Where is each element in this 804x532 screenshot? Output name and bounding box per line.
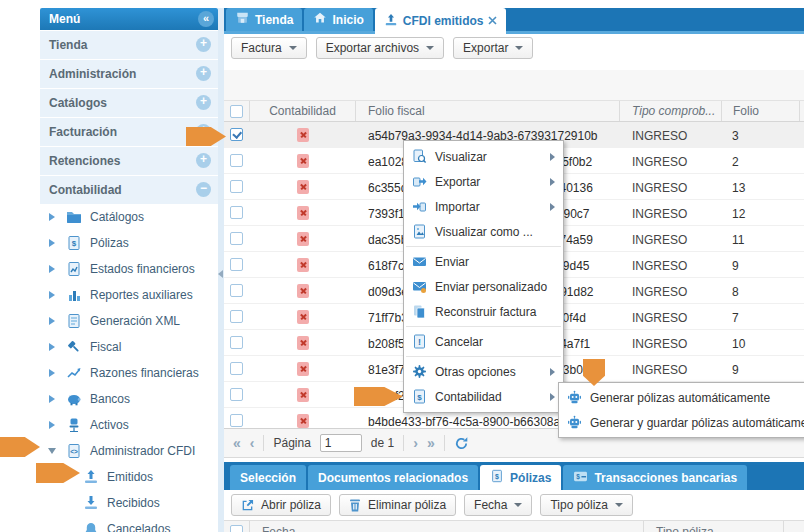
page-number-input[interactable] — [320, 434, 362, 452]
row-checkbox[interactable] — [230, 206, 243, 219]
row-checkbox[interactable] — [230, 154, 243, 167]
close-icon[interactable] — [488, 14, 497, 28]
row-checkbox[interactable] — [230, 310, 243, 323]
tipo-poliza-button[interactable]: Tipo póliza — [540, 494, 633, 516]
prev-page-icon[interactable]: ‹ — [250, 436, 255, 450]
tab-polizas[interactable]: $ Pólizas — [480, 465, 561, 490]
expander-icon[interactable] — [47, 395, 57, 403]
tab-seleccion[interactable]: Selección — [230, 465, 306, 490]
submenu-item-generar-polizas[interactable]: Generar pólizas automáticamente — [559, 385, 804, 410]
divider — [403, 435, 404, 451]
menu-item-cancelar[interactable]: ! Cancelar — [404, 329, 563, 354]
menu-separator — [406, 326, 561, 327]
next-page-icon[interactable]: › — [413, 436, 418, 450]
main-toolbar: Factura Exportar archivos Exportar — [224, 34, 804, 62]
row-checkbox[interactable] — [230, 128, 243, 141]
expand-plus-icon[interactable]: + — [196, 153, 211, 168]
row-checkbox[interactable] — [230, 180, 243, 193]
column-folio[interactable]: Folio — [722, 101, 800, 121]
page-label: Página — [273, 436, 310, 450]
menu-item-enviar-personalizado[interactable]: Enviar personalizado — [404, 274, 563, 299]
expander-icon[interactable] — [47, 213, 57, 221]
expand-plus-icon[interactable]: + — [196, 37, 211, 52]
row-checkbox[interactable] — [230, 336, 243, 349]
tipo-cell: INGRESO — [632, 129, 687, 143]
expander-icon[interactable] — [47, 239, 57, 247]
sidebar-section-contabilidad[interactable]: Contabilidad − — [40, 176, 218, 204]
tab-documentos-relacionados[interactable]: Documentos relacionados — [308, 465, 478, 490]
tab-tienda[interactable]: Tienda — [226, 8, 302, 31]
first-page-icon[interactable]: « — [233, 436, 241, 450]
row-checkbox[interactable] — [230, 388, 243, 401]
expander-icon[interactable] — [47, 291, 57, 299]
row-checkbox[interactable] — [230, 414, 243, 427]
expander-icon[interactable] — [47, 265, 57, 273]
column-folio[interactable]: Folio — [784, 521, 804, 532]
sidebar-item-generacion-xml[interactable]: Generación XML — [40, 308, 218, 334]
expander-icon[interactable] — [47, 421, 57, 429]
sidebar-item-fiscal[interactable]: Fiscal — [40, 334, 218, 360]
sidebar-item-recibidos[interactable]: Recibidos — [40, 490, 218, 516]
row-checkbox[interactable] — [230, 284, 243, 297]
tab-transacciones-bancarias[interactable]: $ Transacciones bancarias — [563, 465, 747, 490]
sidebar-item-estados-financieros[interactable]: Estados financieros — [40, 256, 218, 282]
expander-icon[interactable] — [47, 317, 57, 325]
menu-item-enviar[interactable]: Enviar — [404, 249, 563, 274]
collapse-left-icon[interactable] — [218, 270, 223, 278]
tipo-cell: INGRESO — [632, 181, 687, 195]
row-checkbox[interactable] — [230, 258, 243, 271]
tab-cfdi-emitidos[interactable]: CFDI emitidos — [375, 8, 507, 34]
abrir-poliza-button[interactable]: Abrir póliza — [231, 494, 331, 516]
factura-button[interactable]: Factura — [231, 37, 307, 59]
tree-label: Administrador CFDI — [90, 444, 195, 458]
menu-item-reconstruir-factura[interactable]: Reconstruir factura — [404, 299, 563, 324]
expander-icon[interactable] — [47, 369, 57, 377]
sidebar-item-administrador-cfdi[interactable]: <> Administrador CFDI — [40, 438, 218, 464]
select-all-checkbox[interactable] — [230, 525, 243, 532]
sidebar-section-retenciones[interactable]: Retenciones + — [40, 147, 218, 175]
menu-item-otras-opciones[interactable]: Otras opciones — [404, 359, 563, 384]
expander-down-icon[interactable] — [47, 448, 57, 454]
tree-label: Fiscal — [90, 340, 121, 354]
last-page-icon[interactable]: » — [427, 436, 435, 450]
collapse-panel-icon[interactable]: « — [198, 11, 214, 27]
sidebar-section-tienda[interactable]: Tienda + — [40, 31, 218, 59]
submenu-item-generar-guardar-polizas[interactable]: Generar y guardar pólizas automáticament… — [559, 410, 804, 435]
sidebar-section-administracion[interactable]: Administración + — [40, 60, 218, 88]
sidebar-item-bancos[interactable]: Bancos — [40, 386, 218, 412]
column-fecha[interactable]: Fecha — [250, 521, 644, 532]
menu-item-visualizar-como[interactable]: Visualizar como ... — [404, 219, 563, 244]
gear-icon — [412, 364, 427, 379]
column-tipo-poliza[interactable]: Tipo póliza — [644, 521, 784, 532]
sidebar-item-polizas[interactable]: $ Pólizas — [40, 230, 218, 256]
column-tipo-comprobante[interactable]: Tipo comprob... — [620, 101, 722, 121]
sidebar-item-cancelados[interactable]: Cancelados — [40, 516, 218, 532]
refresh-icon[interactable] — [454, 436, 469, 451]
row-checkbox[interactable] — [230, 362, 243, 375]
eliminar-poliza-button[interactable]: Eliminar póliza — [339, 494, 456, 516]
exportar-button[interactable]: Exportar — [453, 37, 533, 59]
column-contabilidad[interactable]: Contabilidad — [250, 101, 356, 121]
expand-plus-icon[interactable]: + — [196, 66, 211, 81]
menu-item-exportar[interactable]: Exportar — [404, 169, 563, 194]
expander-icon[interactable] — [47, 343, 57, 351]
collapse-minus-icon[interactable]: − — [196, 182, 211, 197]
row-checkbox[interactable] — [230, 232, 243, 245]
fecha-button[interactable]: Fecha — [464, 494, 532, 516]
column-folio-fiscal[interactable]: Folio fiscal — [356, 101, 620, 121]
menu-item-importar[interactable]: Importar — [404, 194, 563, 219]
menu-item-contabilidad[interactable]: $ Contabilidad — [404, 384, 563, 409]
chevron-down-icon — [514, 503, 522, 507]
select-all-checkbox[interactable] — [230, 105, 243, 118]
sidebar-item-reportes-auxiliares[interactable]: Reportes auxiliares — [40, 282, 218, 308]
sidebar-item-razones-financieras[interactable]: Razones financieras — [40, 360, 218, 386]
divider — [444, 435, 445, 451]
sidebar-item-catalogos[interactable]: Catálogos — [40, 204, 218, 230]
sidebar-item-activos[interactable]: Activos — [40, 412, 218, 438]
tab-inicio[interactable]: Inicio — [304, 8, 372, 31]
menu-item-visualizar[interactable]: Visualizar — [404, 144, 563, 169]
expand-plus-icon[interactable]: + — [196, 95, 211, 110]
sidebar-section-catalogos[interactable]: Catálogos + — [40, 89, 218, 117]
image-document-icon — [412, 224, 427, 239]
exportar-archivos-button[interactable]: Exportar archivos — [316, 37, 444, 59]
